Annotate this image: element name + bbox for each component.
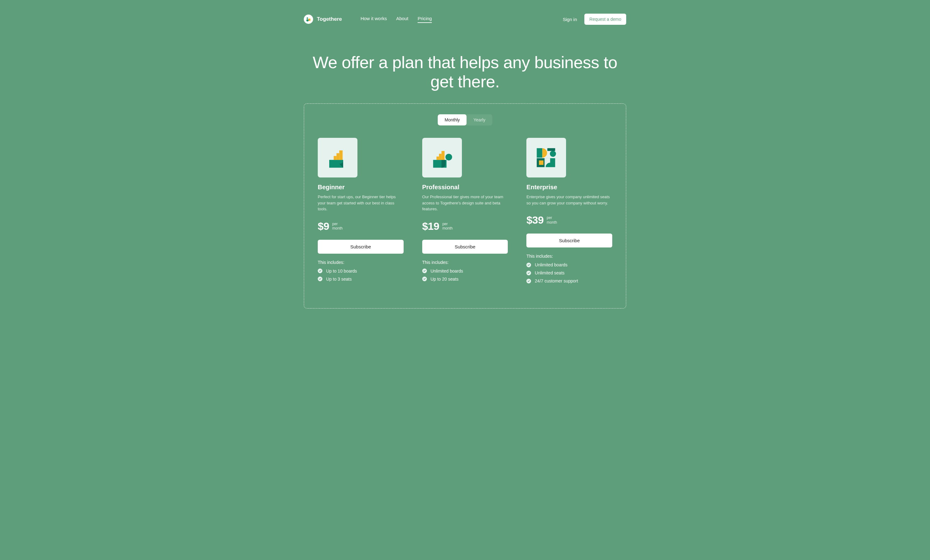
request-demo-button[interactable]: Request a demo	[584, 14, 626, 25]
svg-rect-6	[339, 150, 343, 160]
plan-price-period: per month	[442, 222, 453, 231]
feature-item: Up to 20 seats	[422, 276, 508, 282]
subscribe-button[interactable]: Subscribe	[422, 240, 508, 254]
feature-item: 24/7 customer support	[527, 278, 612, 284]
check-circle-icon	[527, 263, 531, 267]
plan-price: $19	[422, 220, 439, 232]
billing-toggle-monthly[interactable]: Monthly	[438, 114, 467, 126]
svg-point-11	[445, 154, 452, 161]
feature-list: Up to 10 boards Up to 3 seats	[318, 268, 403, 282]
svg-rect-1	[308, 18, 310, 21]
nav-about[interactable]: About	[396, 16, 408, 23]
plan-price-row: $9 per month	[318, 220, 403, 232]
plan-tile-icon	[422, 138, 462, 178]
plan-price-row: $19 per month	[422, 220, 508, 232]
plan-tile-icon	[527, 138, 566, 178]
includes-label: This includes:	[527, 254, 612, 259]
subscribe-button[interactable]: Subscribe	[527, 233, 612, 247]
billing-toggle-yearly[interactable]: Yearly	[467, 114, 492, 126]
brand-name: Togethere	[317, 16, 342, 22]
plan-price: $9	[318, 220, 329, 232]
page-title: We offer a plan that helps any business …	[304, 53, 626, 91]
logo-icon	[304, 15, 313, 24]
check-circle-icon	[422, 276, 427, 281]
svg-rect-10	[442, 151, 445, 160]
plan-price-period: per month	[332, 222, 343, 231]
plan-description: Perfect for start ups, our Beginner tier…	[318, 194, 403, 212]
subscribe-button[interactable]: Subscribe	[318, 240, 403, 254]
site-header: Togethere How it works About Pricing Sig…	[304, 0, 626, 34]
feature-list: Unlimited boards Up to 20 seats	[422, 268, 508, 282]
svg-rect-8	[436, 157, 439, 160]
svg-point-14	[550, 151, 556, 157]
plan-professional: Professional Our Professional tier gives…	[422, 138, 508, 287]
plan-price: $39	[527, 214, 544, 226]
primary-nav: How it works About Pricing	[360, 16, 432, 23]
plan-enterprise: Enterprise Enterprise gives your company…	[527, 138, 612, 287]
check-circle-icon	[318, 276, 322, 281]
svg-rect-15	[547, 148, 555, 151]
hero: We offer a plan that helps any business …	[304, 34, 626, 100]
pricing-section: Monthly Yearly Beginner Perfect for sta	[304, 103, 626, 308]
check-circle-icon	[318, 268, 322, 273]
svg-rect-17	[539, 160, 544, 165]
plan-tile-icon	[318, 138, 357, 178]
svg-rect-13	[537, 148, 542, 158]
billing-toggle: Monthly Yearly	[438, 114, 492, 126]
svg-rect-4	[334, 156, 336, 160]
includes-label: This includes:	[318, 260, 403, 265]
svg-rect-5	[336, 153, 339, 160]
svg-point-2	[306, 19, 308, 21]
feature-item: Up to 3 seats	[318, 276, 403, 282]
plan-name: Professional	[422, 184, 508, 191]
feature-item: Up to 10 boards	[318, 268, 403, 273]
feature-item: Unlimited boards	[527, 262, 612, 267]
check-circle-icon	[422, 268, 427, 273]
plan-price-row: $39 per month	[527, 214, 612, 226]
svg-point-0	[306, 17, 308, 19]
plan-name: Beginner	[318, 184, 403, 191]
check-circle-icon	[527, 279, 531, 284]
plan-name: Enterprise	[527, 184, 612, 191]
plan-beginner: Beginner Perfect for start ups, our Begi…	[318, 138, 403, 287]
brand[interactable]: Togethere	[304, 15, 342, 24]
feature-item: Unlimited seats	[527, 270, 612, 275]
nav-pricing[interactable]: Pricing	[417, 16, 432, 23]
includes-label: This includes:	[422, 260, 508, 265]
plan-price-period: per month	[547, 216, 557, 224]
feature-item: Unlimited boards	[422, 268, 508, 273]
check-circle-icon	[527, 271, 531, 275]
plan-description: Enterprise gives your company unlimited …	[527, 194, 612, 206]
svg-rect-9	[439, 154, 442, 160]
signin-link[interactable]: Sign in	[563, 17, 577, 22]
feature-list: Unlimited boards Unlimited seats 24/7 cu…	[527, 262, 612, 284]
plan-description: Our Professional tier gives more of your…	[422, 194, 508, 212]
nav-how-it-works[interactable]: How it works	[360, 16, 387, 23]
